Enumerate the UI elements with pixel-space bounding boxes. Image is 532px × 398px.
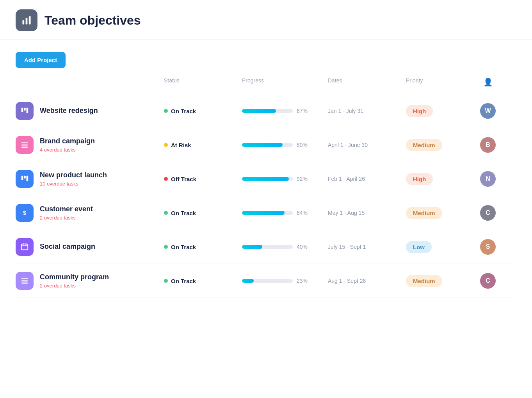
- progress-cell: 40%: [242, 244, 328, 250]
- table-row[interactable]: Brand campaign 4 overdue tasks At Risk 8…: [16, 128, 516, 162]
- progress-bar-fill: [242, 143, 283, 147]
- app-header: Team objectives: [0, 0, 532, 39]
- priority-badge: High: [406, 173, 433, 185]
- progress-bar-bg: [242, 143, 293, 147]
- priority-badge: Medium: [406, 139, 442, 151]
- status-label: On Track: [171, 108, 196, 114]
- col-header-person: 👤: [476, 74, 500, 90]
- avatar: S: [480, 239, 496, 255]
- project-name: Social campaign: [40, 243, 95, 251]
- main-content: Add Project Status Progress Dates Priori…: [0, 39, 532, 311]
- dates-cell: Jan 1 - July 31: [328, 108, 406, 114]
- progress-bar-bg: [242, 245, 293, 249]
- status-dot: [164, 143, 168, 147]
- status-dot: [164, 109, 168, 113]
- person-cell: W: [476, 103, 500, 119]
- progress-bar-fill: [242, 109, 276, 113]
- status-dot: [164, 245, 168, 249]
- table-row[interactable]: Website redesign On Track 67% Jan 1 - Ju…: [16, 94, 516, 128]
- dates-cell: Feb 1 - April 26: [328, 176, 406, 182]
- bar-chart-icon: [21, 15, 32, 26]
- status-cell: At Risk: [164, 142, 242, 148]
- toolbar: Add Project: [16, 52, 516, 68]
- priority-cell: Medium: [406, 275, 476, 287]
- project-name: Brand campaign: [40, 137, 95, 146]
- status-dot: [164, 177, 168, 181]
- avatar: C: [480, 205, 496, 221]
- person-header-icon: 👤: [483, 78, 493, 86]
- progress-pct: 84%: [297, 210, 311, 216]
- project-details: Website redesign: [40, 107, 98, 115]
- svg-rect-10: [24, 176, 26, 178]
- progress-bar-bg: [242, 279, 293, 283]
- progress-cell: 23%: [242, 278, 328, 284]
- svg-rect-17: [21, 278, 28, 279]
- status-label: On Track: [171, 210, 196, 216]
- priority-badge: Low: [406, 241, 432, 253]
- status-cell: On Track: [164, 278, 242, 284]
- project-details: Brand campaign 4 overdue tasks: [40, 137, 95, 153]
- col-header-progress: Progress: [242, 74, 328, 90]
- priority-badge: Medium: [406, 207, 442, 219]
- priority-cell: Medium: [406, 207, 476, 219]
- svg-rect-1: [26, 18, 28, 24]
- project-info: $ Customer event 2 overdue tasks: [16, 204, 164, 222]
- add-project-button[interactable]: Add Project: [16, 52, 66, 68]
- priority-cell: High: [406, 173, 476, 185]
- overdue-label: 2 overdue tasks: [40, 283, 109, 289]
- project-details: New product launch 10 overdue tasks: [40, 171, 107, 187]
- table-row[interactable]: Social campaign On Track 40% July 15 - S…: [16, 230, 516, 264]
- svg-rect-13: [21, 244, 28, 250]
- svg-rect-9: [21, 176, 23, 180]
- status-label: On Track: [171, 244, 196, 250]
- project-info: Brand campaign 4 overdue tasks: [16, 136, 164, 154]
- progress-bar-fill: [242, 177, 289, 181]
- svg-rect-7: [21, 145, 28, 145]
- table-row[interactable]: $ Customer event 2 overdue tasks On Trac…: [16, 196, 516, 230]
- project-icon: [16, 170, 34, 188]
- status-label: Off Track: [171, 176, 196, 182]
- status-dot: [164, 211, 168, 215]
- dates-cell: Aug 1 - Sept 28: [328, 278, 406, 284]
- progress-bar-bg: [242, 109, 293, 113]
- project-name: New product launch: [40, 171, 107, 180]
- status-label: On Track: [171, 278, 196, 284]
- project-icon: [16, 272, 34, 290]
- progress-cell: 67%: [242, 108, 328, 114]
- priority-cell: Medium: [406, 139, 476, 151]
- table-row[interactable]: New product launch 10 overdue tasks Off …: [16, 162, 516, 196]
- app-icon: [16, 9, 37, 31]
- svg-rect-18: [21, 280, 28, 281]
- progress-pct: 67%: [297, 108, 311, 114]
- svg-rect-19: [21, 283, 28, 284]
- project-name: Community program: [40, 273, 109, 282]
- dates-cell: May 1 - Aug 15: [328, 210, 406, 216]
- progress-pct: 92%: [297, 176, 311, 182]
- project-icon: [16, 238, 34, 256]
- project-info: Community program 2 overdue tasks: [16, 272, 164, 290]
- table-header: Status Progress Dates Priority 👤: [16, 74, 516, 94]
- project-details: Customer event 2 overdue tasks: [40, 205, 93, 221]
- svg-text:$: $: [23, 210, 26, 216]
- col-header-priority: Priority: [406, 74, 476, 90]
- project-details: Social campaign: [40, 243, 95, 251]
- person-cell: B: [476, 137, 500, 153]
- status-label: At Risk: [171, 142, 191, 148]
- project-icon: $: [16, 204, 34, 222]
- person-cell: C: [476, 273, 500, 289]
- svg-rect-6: [21, 143, 28, 143]
- table-body: Website redesign On Track 67% Jan 1 - Ju…: [16, 94, 516, 298]
- col-header-project: [16, 74, 164, 90]
- progress-cell: 84%: [242, 210, 328, 216]
- status-cell: Off Track: [164, 176, 242, 182]
- project-info: New product launch 10 overdue tasks: [16, 170, 164, 188]
- status-cell: On Track: [164, 108, 242, 114]
- overdue-label: 2 overdue tasks: [40, 215, 93, 221]
- overdue-label: 4 overdue tasks: [40, 147, 95, 153]
- table-row[interactable]: Community program 2 overdue tasks On Tra…: [16, 264, 516, 298]
- dates-cell: April 1 - June 30: [328, 142, 406, 148]
- svg-rect-2: [29, 16, 31, 25]
- progress-cell: 92%: [242, 176, 328, 182]
- status-cell: On Track: [164, 244, 242, 250]
- person-cell: N: [476, 171, 500, 187]
